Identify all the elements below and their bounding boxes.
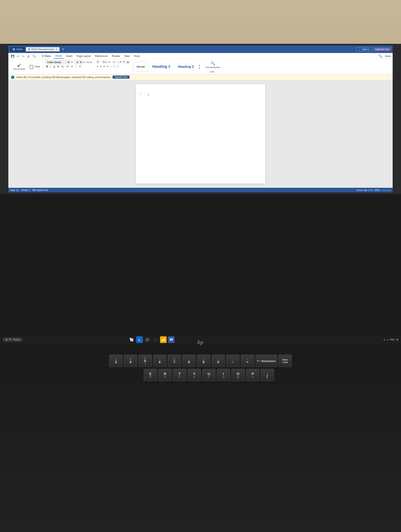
key-7[interactable]: & 7	[168, 355, 181, 367]
find-replace-button[interactable]: 🔍 Find and Replace	[204, 60, 222, 70]
search-icon[interactable]: 🔍	[378, 54, 382, 58]
document-page[interactable]: ⠿	[136, 84, 265, 184]
style-normal-button[interactable]: Normal	[133, 62, 148, 72]
justify-button[interactable]: ≡	[106, 64, 109, 68]
upgrade-button[interactable]: Upgrade now	[373, 47, 391, 51]
key-e[interactable]: E Й	[144, 369, 157, 381]
strikethrough-button[interactable]: S	[57, 65, 60, 68]
key-p[interactable]: P З	[246, 369, 259, 381]
key-6[interactable]: ^ 6	[153, 355, 167, 367]
bold-button[interactable]: B	[45, 65, 49, 68]
italic-button[interactable]: I	[50, 65, 52, 68]
numbering-button[interactable]: ☰#	[102, 60, 107, 64]
key-3[interactable]: # 3	[109, 355, 123, 367]
font-size-up-icon[interactable]: A⁺	[83, 61, 86, 64]
key-5[interactable]: % 5 €	[138, 355, 152, 367]
menu-item-home[interactable]: Home	[54, 54, 64, 59]
underline-button[interactable]: U	[52, 65, 56, 68]
key-r[interactable]: R К	[158, 369, 172, 381]
tray-settings[interactable]: ⚙	[396, 338, 399, 341]
menu-item-menu[interactable]: ☰ Menu	[40, 54, 53, 58]
key-row-numbers: # 3 $ 4 % 5 € ^ 6 & 7 * 8 ( 9 ) 0	[13, 355, 388, 367]
sort-button[interactable]: ↑↓A	[116, 60, 122, 64]
paste-button[interactable]: 📋 Paste	[28, 64, 42, 70]
tray-arrow[interactable]: ∧	[383, 338, 385, 341]
font-size-select[interactable]: 10	[74, 60, 83, 64]
key-lbracket[interactable]: { [	[261, 369, 274, 381]
change-case-button[interactable]: Aa	[87, 61, 90, 63]
clear-format-small-button[interactable]: A	[78, 65, 82, 68]
key-4[interactable]: $ 4	[124, 355, 137, 367]
windows-start-button[interactable]: ⊞	[6, 338, 7, 341]
indent-increase-button[interactable]: ⇥	[112, 60, 116, 64]
qa-undo-button[interactable]: ↩	[16, 54, 20, 58]
hp-logo: hp	[194, 336, 207, 348]
taskbar-icon-2[interactable]: L	[136, 336, 143, 343]
line-spacing-button[interactable]: ↕	[110, 64, 112, 68]
align-left-button[interactable]: ≡	[96, 64, 99, 68]
key-row-letters: E Й R К T Е Y Н U Г I Ш O Щ P З	[29, 369, 388, 381]
key-t[interactable]: T Е	[173, 369, 186, 381]
indent-decrease-button[interactable]: ⇤	[108, 60, 111, 64]
font-size-down-icon[interactable]: A⁻	[71, 61, 74, 64]
zoom-slider[interactable]: ——○——	[381, 189, 391, 191]
taskbar-icon-3[interactable]: 🎥	[144, 336, 151, 343]
qa-save-button[interactable]: 💾	[10, 54, 15, 58]
qa-print-button[interactable]: 🖨	[26, 54, 31, 58]
font-color-button[interactable]: A	[70, 65, 74, 68]
menu-item-review[interactable]: Review	[110, 54, 122, 58]
bullets-button[interactable]: ☰⁻	[96, 60, 101, 64]
add-tab-button[interactable]: +	[60, 47, 65, 51]
word-count[interactable]: Words: 0	[21, 189, 30, 191]
highlight-button[interactable]: A	[74, 65, 78, 68]
font-family-select[interactable]: Calibri (Body)	[45, 60, 70, 64]
clear-format-button[interactable]: ◈	[90, 61, 92, 64]
columns-button[interactable]: ▤	[126, 60, 130, 64]
superscript-button[interactable]: X²	[65, 65, 70, 68]
shading-button[interactable]: ░	[113, 64, 116, 68]
key-y[interactable]: Y Н	[188, 369, 201, 381]
key-0[interactable]: ) 0	[212, 355, 225, 367]
tab-docx[interactable]: W DOCX Document.docx ✕	[26, 47, 60, 51]
style-heading2-button[interactable]: Heading 2	[175, 62, 197, 72]
taskbar-icon-1[interactable]: 🐚	[128, 336, 135, 343]
taskbar-icon-edge[interactable]: ⬡	[152, 336, 159, 343]
select-button[interactable]: Sele...	[210, 71, 216, 73]
show-formatting-button[interactable]: ¶	[123, 60, 125, 64]
menu-item-references[interactable]: References	[93, 54, 109, 58]
taskbar-icon-files[interactable]: 📁	[160, 336, 167, 343]
format-painter-icon: 🖌	[17, 63, 21, 68]
menu-item-pagelayout[interactable]: Page Layout	[75, 54, 92, 58]
tab-home[interactable]: W Home	[10, 47, 25, 52]
key-u[interactable]: U Г	[202, 369, 215, 381]
subscript-button[interactable]: X₂	[61, 65, 65, 68]
share-button[interactable]: Share	[385, 55, 391, 57]
upgrade-now-button[interactable]: Upgrade Now	[113, 76, 129, 79]
key-numlock[interactable]: NumLock	[278, 355, 292, 367]
key-o[interactable]: O Щ	[231, 369, 245, 381]
key-i[interactable]: I Ш	[217, 369, 230, 381]
menu-item-insert[interactable]: Insert	[65, 54, 74, 58]
tab-close-icon[interactable]: ✕	[56, 48, 58, 51]
style-heading1-button[interactable]: Heading 1	[149, 62, 174, 72]
qa-redo-button[interactable]: ↪	[21, 54, 25, 58]
sign-in-button[interactable]: 👤 Sign in	[356, 47, 372, 51]
border-button[interactable]: □	[116, 64, 119, 68]
align-right-button[interactable]: ≡	[103, 64, 106, 68]
search-placeholder: Поиск	[13, 338, 20, 341]
page-status[interactable]: Page: 1/1	[10, 189, 19, 191]
taskbar-search[interactable]: ⊞ 🔍 Поиск	[2, 337, 23, 342]
menu-item-view[interactable]: View	[123, 54, 131, 58]
format-painter-button[interactable]: 🖌 Format Painter	[12, 63, 27, 71]
key-backspace[interactable]: ⟵ Backspace	[255, 355, 277, 367]
taskbar-icon-word[interactable]: W	[168, 336, 175, 343]
styles-expand-button[interactable]: ▲ ▼	[198, 64, 201, 70]
qa-search-small-button[interactable]: 🔍	[32, 54, 37, 58]
menu-item-tools[interactable]: Tools	[132, 54, 141, 58]
key-equals[interactable]: + =	[241, 355, 254, 367]
align-center-button[interactable]: ≡	[99, 64, 102, 68]
key-8[interactable]: * 8	[182, 355, 196, 367]
spell-check[interactable]: ABC Spell Check	[32, 189, 48, 191]
key-minus[interactable]: _ −	[226, 355, 239, 367]
key-9[interactable]: ( 9	[197, 355, 210, 367]
